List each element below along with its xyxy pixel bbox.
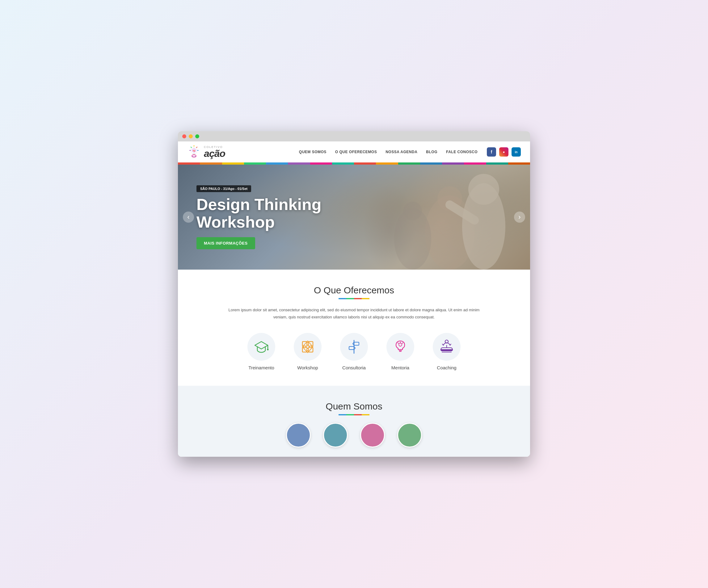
svg-point-32	[399, 343, 402, 346]
instagram-button[interactable]: ●	[499, 147, 508, 157]
svg-rect-8	[193, 153, 195, 154]
svg-line-41	[450, 344, 451, 345]
team-avatar-2	[323, 423, 348, 447]
hero-image	[351, 171, 505, 270]
services-grid: Treinamento	[197, 333, 511, 370]
team-avatar-3	[360, 423, 385, 447]
nav-o-que-oferecemos[interactable]: O QUE OFERECEMOS	[335, 150, 377, 154]
maximize-button[interactable]	[195, 134, 199, 138]
consultoria-icon-wrap	[340, 333, 368, 361]
minimize-button[interactable]	[189, 134, 193, 138]
logo[interactable]: 🧠 COLETIVO ação	[187, 145, 225, 159]
puzzle-icon	[299, 338, 316, 355]
svg-line-4	[191, 147, 191, 148]
svg-line-35	[398, 343, 399, 343]
service-workshop[interactable]: Workshop	[294, 333, 322, 370]
svg-line-34	[402, 343, 403, 343]
hero-badge: SÃO PAULO - 31/Ago - 01/Set	[197, 185, 251, 192]
workshop-icon-wrap	[294, 333, 322, 361]
social-icons: f ● in	[487, 147, 521, 157]
treinamento-icon-wrap	[247, 333, 275, 361]
mentoria-label: Mentoria	[391, 365, 409, 370]
svg-point-29	[307, 349, 308, 350]
nav-links: QUEM SOMOS O QUE OFERECEMOS NOSSA AGENDA…	[299, 150, 477, 154]
coaching-icon-wrap	[433, 333, 461, 361]
nav-nossa-agenda[interactable]: NOSSA AGENDA	[385, 150, 417, 154]
logo-icon: 🧠	[187, 145, 201, 159]
svg-point-22	[267, 349, 269, 350]
service-coaching[interactable]: Coaching	[433, 333, 461, 370]
section-quem-somos: Quem Somos	[178, 386, 530, 457]
color-bar	[178, 162, 530, 164]
hero-title: Design Thinking Workshop	[197, 196, 321, 231]
hands-up-icon	[438, 338, 455, 355]
section-divider-oferecemos	[338, 298, 370, 299]
close-button[interactable]	[182, 134, 186, 138]
team-avatar-4	[397, 423, 422, 447]
team-avatar-1	[286, 423, 311, 447]
navbar: 🧠 COLETIVO ação QUEM SOMOS O QUE	[178, 142, 530, 162]
mentoria-icon-wrap	[386, 333, 414, 361]
svg-point-17	[404, 202, 422, 220]
service-treinamento[interactable]: Treinamento	[247, 333, 275, 370]
section-oferecemos-title: O Que Oferecemos	[197, 285, 511, 296]
section-quem-somos-title: Quem Somos	[197, 401, 511, 412]
workshop-label: Workshop	[297, 365, 318, 370]
svg-point-27	[307, 343, 308, 345]
consultoria-label: Consultoria	[342, 365, 366, 370]
svg-point-28	[310, 346, 312, 348]
section-oferecemos-desc: Lorem ipsum dolor sit amet, consectetur …	[227, 307, 481, 320]
page-content: 🧠 COLETIVO ação QUEM SOMOS O QUE	[178, 142, 530, 457]
nav-quem-somos[interactable]: QUEM SOMOS	[299, 150, 326, 154]
service-consultoria[interactable]: Consultoria	[340, 333, 368, 370]
treinamento-label: Treinamento	[248, 365, 274, 370]
head-bulb-icon	[392, 338, 409, 355]
svg-line-2	[197, 147, 197, 148]
svg-point-30	[304, 346, 306, 348]
svg-line-40	[442, 344, 443, 345]
section-oferecemos: O Que Oferecemos Lorem ipsum dolor sit a…	[178, 270, 530, 385]
graduation-icon	[253, 338, 270, 355]
signpost-icon	[346, 338, 362, 355]
svg-text:🧠: 🧠	[193, 149, 196, 152]
svg-point-19	[468, 174, 499, 205]
team-avatars	[197, 423, 511, 447]
nav-fale-conosco[interactable]: FALE CONOSCO	[446, 150, 477, 154]
hero-section: SÃO PAULO - 31/Ago - 01/Set Design Think…	[178, 164, 530, 270]
linkedin-button[interactable]: in	[511, 147, 521, 157]
nav-blog[interactable]: BLOG	[426, 150, 437, 154]
hero-content: SÃO PAULO - 31/Ago - 01/Set Design Think…	[178, 185, 340, 249]
hero-cta-button[interactable]: MAIS INFORMAÇÕES	[197, 237, 255, 249]
facebook-button[interactable]: f	[487, 147, 496, 157]
logo-text: COLETIVO ação	[204, 146, 225, 158]
slider-prev-button[interactable]: ‹	[183, 212, 194, 223]
browser-window: 🧠 COLETIVO ação QUEM SOMOS O QUE	[178, 131, 530, 457]
slider-next-button[interactable]: ›	[514, 212, 525, 223]
browser-titlebar	[178, 131, 530, 142]
coaching-label: Coaching	[437, 365, 456, 370]
logo-acao: ação	[204, 149, 225, 158]
service-mentoria[interactable]: Mentoria	[386, 333, 414, 370]
section-divider-quem-somos	[338, 414, 370, 415]
